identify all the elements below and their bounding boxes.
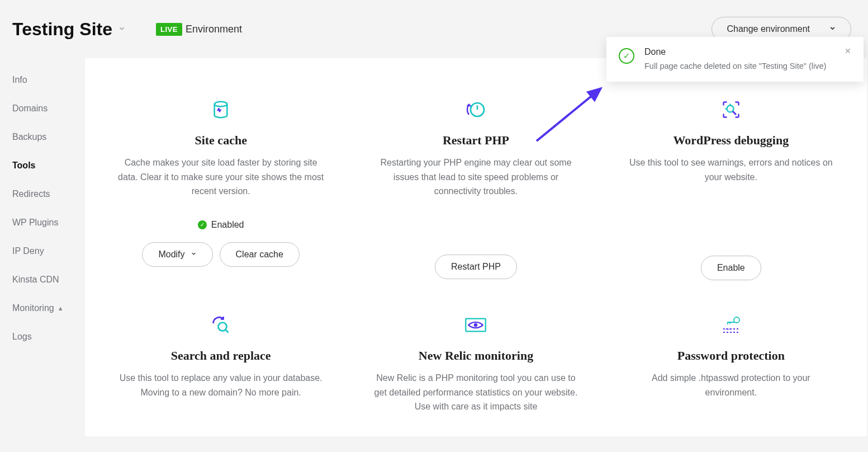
sidebar-item-ip-deny[interactable]: IP Deny: [12, 246, 85, 256]
environment-indicator: LIVE Environment: [156, 23, 242, 36]
card-title: WordPress debugging: [618, 133, 845, 148]
header-left: Testing Site LIVE Environment: [12, 19, 242, 40]
card-site-cache: Site cache Cache makes your site load fa…: [96, 93, 345, 303]
card-restart-php: Restart PHP Restarting your PHP engine m…: [351, 93, 600, 303]
sidebar-item-label: Logs: [12, 332, 32, 342]
eye-icon: [362, 314, 589, 336]
triangle-icon: ▲: [58, 305, 64, 312]
card-actions: Modify Clear cache: [107, 242, 334, 267]
sidebar-item-monitoring[interactable]: Monitoring ▲: [12, 303, 85, 313]
check-icon: ✓: [198, 220, 207, 229]
sidebar-item-domains[interactable]: Domains: [12, 103, 85, 114]
svg-line-6: [733, 111, 736, 115]
card-description: Use this tool to see warnings, errors an…: [625, 156, 837, 184]
card-wp-debugging: WordPress debugging Use this tool to see…: [606, 93, 856, 303]
chevron-down-icon: [829, 25, 836, 34]
button-label: Enable: [717, 263, 745, 273]
card-title: Password protection: [618, 349, 845, 363]
sidebar-item-label: IP Deny: [12, 246, 44, 256]
restart-icon: [362, 98, 589, 121]
svg-point-0: [215, 102, 227, 107]
card-title: Site cache: [107, 133, 334, 148]
svg-point-10: [474, 323, 477, 327]
sidebar-item-label: Tools: [12, 161, 35, 171]
site-switcher[interactable]: Testing Site: [12, 19, 126, 40]
sidebar-item-label: Monitoring: [12, 303, 54, 313]
sidebar-item-backups[interactable]: Backups: [12, 132, 85, 142]
close-icon[interactable]: ✕: [845, 47, 851, 55]
sidebar-item-tools[interactable]: Tools: [12, 161, 85, 171]
card-title: New Relic monitoring: [362, 349, 589, 363]
card-description: Cache makes your site load faster by sto…: [115, 156, 327, 199]
search-replace-icon: [107, 314, 334, 336]
toast-notification: ✓ Done Full page cache deleted on site "…: [606, 37, 864, 82]
cache-icon: [107, 98, 334, 121]
change-environment-label: Change environment: [727, 24, 810, 34]
svg-line-8: [226, 330, 229, 333]
sidebar-item-wp-plugins[interactable]: WP Plugins: [12, 218, 85, 228]
card-description: Use this tool to replace any value in yo…: [115, 371, 327, 399]
card-password-protection: *** Password protection Add simple .htpa…: [606, 308, 856, 436]
sidebar-item-info[interactable]: Info: [12, 75, 85, 85]
sidebar: Info Domains Backups Tools Redirects WP …: [0, 58, 85, 342]
toast-body: Done Full page cache deleted on site "Te…: [644, 47, 834, 70]
modify-button[interactable]: Modify: [142, 242, 212, 267]
svg-point-7: [219, 323, 227, 331]
card-actions: Restart PHP: [362, 255, 589, 279]
debug-icon: [618, 98, 845, 121]
svg-text:***: ***: [725, 327, 731, 332]
card-description: Add simple .htpasswd protection to your …: [625, 371, 837, 399]
button-label: Restart PHP: [451, 262, 501, 272]
card-new-relic: New Relic monitoring New Relic is a PHP …: [351, 308, 600, 436]
sidebar-item-label: WP Plugins: [12, 218, 58, 228]
sidebar-item-logs[interactable]: Logs: [12, 332, 85, 342]
card-description: New Relic is a PHP monitoring tool you c…: [369, 371, 582, 414]
chevron-down-icon: [191, 251, 197, 258]
main-layout: Info Domains Backups Tools Redirects WP …: [0, 58, 868, 436]
status-enabled: ✓ Enabled: [107, 220, 334, 230]
sidebar-item-label: Backups: [12, 132, 46, 142]
sidebar-item-label: Kinsta CDN: [12, 275, 59, 285]
toast-title: Done: [644, 47, 834, 57]
content-panel: Site cache Cache makes your site load fa…: [85, 58, 867, 436]
card-actions: Enable: [618, 256, 845, 280]
sidebar-item-label: Domains: [12, 103, 48, 114]
svg-point-3: [727, 106, 733, 112]
svg-point-11: [734, 317, 739, 323]
card-title: Restart PHP: [362, 133, 589, 148]
button-label: Modify: [158, 249, 184, 260]
live-badge: LIVE: [156, 23, 182, 36]
card-description: Restarting your PHP engine may clear out…: [369, 156, 582, 199]
tools-grid: Site cache Cache makes your site load fa…: [96, 93, 856, 436]
enable-button[interactable]: Enable: [701, 256, 761, 280]
toast-message: Full page cache deleted on site "Testing…: [644, 62, 834, 70]
card-search-replace: Search and replace Use this tool to repl…: [96, 308, 345, 436]
card-title: Search and replace: [107, 349, 334, 363]
sidebar-item-kinsta-cdn[interactable]: Kinsta CDN: [12, 275, 85, 285]
enabled-label: Enabled: [211, 220, 244, 230]
sidebar-item-label: Redirects: [12, 189, 50, 199]
key-icon: ***: [618, 314, 845, 336]
restart-php-button[interactable]: Restart PHP: [435, 255, 517, 279]
clear-cache-button[interactable]: Clear cache: [220, 242, 300, 267]
site-title: Testing Site: [12, 19, 112, 40]
sidebar-item-redirects[interactable]: Redirects: [12, 189, 85, 199]
chevron-down-icon: [118, 25, 126, 34]
button-label: Clear cache: [236, 249, 283, 260]
environment-label: Environment: [186, 23, 242, 35]
success-check-icon: ✓: [619, 48, 634, 64]
sidebar-item-label: Info: [12, 75, 27, 85]
